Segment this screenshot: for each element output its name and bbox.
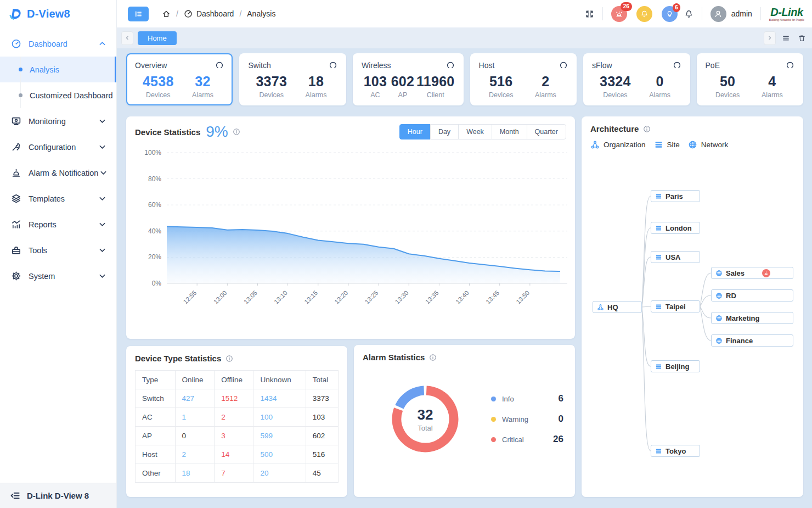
cell-host-online[interactable]: 2	[175, 445, 215, 464]
network-icon	[715, 292, 723, 299]
stat-card-wireless[interactable]: Wireless103AC602AP11960Client	[353, 53, 464, 105]
tab-list-menu-icon[interactable]	[782, 34, 790, 42]
sidebar-item-configuration[interactable]: Configuration	[0, 134, 116, 160]
network-icon	[688, 140, 697, 149]
stat-card-host[interactable]: Host516Devices2Alarms	[470, 53, 577, 105]
stat-card-sflow[interactable]: sFlow3324Devices0Alarms	[583, 53, 690, 105]
collapse-sidebar-icon	[10, 490, 20, 501]
architecture-legend-network[interactable]: Network	[688, 140, 729, 149]
sidebar-footer[interactable]: D-Link D-View 8	[0, 483, 116, 508]
refresh-icon[interactable]	[329, 61, 337, 70]
architecture-legend-organization[interactable]: Organization	[590, 140, 646, 149]
sidebar-item-dashboard[interactable]: Dashboard	[0, 31, 116, 57]
username[interactable]: admin	[731, 9, 752, 18]
column-header-type: Type	[136, 371, 176, 389]
breadcrumb-dashboard[interactable]: Dashboard	[184, 9, 234, 18]
dview-logo-icon	[8, 7, 22, 21]
refresh-icon[interactable]	[673, 61, 681, 70]
home-icon[interactable]	[162, 9, 171, 18]
critical-alarms-button[interactable]: 26	[611, 6, 627, 22]
topbar: / Dashboard / Analysis 26 6	[117, 0, 812, 27]
column-header-unknown: Unknown	[253, 371, 306, 389]
tree-node-taipei[interactable]: Taipei	[651, 300, 700, 312]
tree-node-finance[interactable]: Finance	[711, 334, 793, 347]
cell-switch-online[interactable]: 427	[175, 389, 215, 408]
cell-other-offline[interactable]: 7	[215, 464, 253, 483]
refresh-icon[interactable]	[215, 61, 224, 70]
tab-month[interactable]: Month	[492, 124, 527, 139]
tree-node-usa[interactable]: USA	[651, 251, 700, 263]
cell-switch-unknown[interactable]: 1434	[253, 389, 306, 408]
column-header-online: Online	[175, 371, 215, 389]
avatar[interactable]	[710, 6, 726, 22]
tips-badge: 6	[673, 3, 681, 12]
tree-node-tokyo[interactable]: Tokyo	[651, 445, 700, 457]
tree-node-hq[interactable]: HQ	[593, 301, 642, 313]
cell-host-unknown[interactable]: 500	[253, 445, 306, 464]
stat-devices: 3324Devices	[600, 74, 631, 99]
tree-node-rd[interactable]: RD	[711, 289, 793, 302]
cell-other-unknown[interactable]: 20	[253, 464, 306, 483]
stat-card-switch[interactable]: Switch3373Devices18Alarms	[239, 53, 346, 105]
cell-ac-offline[interactable]: 2	[215, 408, 253, 427]
sidebar-item-reports[interactable]: Reports	[0, 211, 116, 237]
sidebar-item-analysis[interactable]: Analysis	[0, 57, 116, 82]
app-root: D-View8 DashboardAnalysisCustomized Dash…	[0, 0, 812, 508]
fullscreen-icon[interactable]	[585, 9, 594, 19]
notification-bell-icon[interactable]	[684, 9, 693, 19]
tree-node-marketing[interactable]: Marketing	[711, 312, 793, 324]
tree-node-london[interactable]: London	[651, 222, 700, 234]
tree-node-sales[interactable]: Sales	[711, 267, 793, 279]
tabs-scroll-left-button[interactable]	[121, 31, 133, 45]
cell-ac-total: 103	[306, 408, 338, 427]
chevron-down-icon	[98, 168, 109, 178]
sidebar-toggle-button[interactable]	[128, 7, 149, 21]
cell-host-offline[interactable]: 14	[215, 445, 253, 464]
tab-quarter[interactable]: Quarter	[527, 124, 566, 139]
tree-node-paris[interactable]: Paris	[651, 190, 700, 202]
info-icon	[225, 355, 233, 362]
refresh-icon[interactable]	[559, 61, 568, 70]
info-icon	[429, 354, 437, 361]
svg-text:13:25: 13:25	[364, 289, 380, 305]
chevron-down-icon	[97, 142, 108, 152]
cell-other-online[interactable]: 18	[175, 464, 215, 483]
sidebar-item-templates[interactable]: Templates	[0, 186, 116, 211]
refresh-icon[interactable]	[786, 61, 794, 70]
sidebar-footer-label: D-Link D-View 8	[27, 491, 89, 500]
cell-switch-offline[interactable]: 1512	[215, 389, 253, 408]
tabs-scroll-right-button[interactable]	[764, 31, 776, 45]
svg-text:12:55: 12:55	[182, 289, 198, 305]
cell-ac-online[interactable]: 1	[175, 408, 215, 427]
tree-node-beijing[interactable]: Beijing	[651, 360, 700, 372]
warning-alarms-button[interactable]	[636, 6, 652, 22]
sidebar-item-alarm-notification[interactable]: Alarm & Notification	[0, 160, 116, 186]
tab-home[interactable]: Home	[138, 31, 177, 45]
close-tabs-trash-icon[interactable]	[798, 34, 806, 42]
alarm-legend-info[interactable]: Info6	[491, 393, 563, 404]
tab-day[interactable]: Day	[430, 124, 459, 139]
alarm-legend-warning[interactable]: Warning0	[491, 414, 563, 425]
stat-card-poe[interactable]: PoE50Devices4Alarms	[697, 53, 803, 105]
tips-button[interactable]: 6	[662, 6, 678, 22]
alarm-statistics-title: Alarm Statistics	[363, 353, 425, 362]
tab-hour[interactable]: Hour	[399, 124, 431, 139]
stat-ap: 602AP	[389, 74, 416, 99]
svg-text:13:15: 13:15	[303, 289, 319, 305]
cell-ac-unknown[interactable]: 100	[253, 408, 306, 427]
cell-other-total: 45	[306, 464, 338, 483]
sidebar-item-system[interactable]: System	[0, 263, 116, 289]
stat-card-overview[interactable]: Overview4538Devices32Alarms	[126, 53, 233, 105]
cell-ap-unknown[interactable]: 599	[253, 427, 306, 445]
tab-week[interactable]: Week	[458, 124, 492, 139]
refresh-icon[interactable]	[446, 61, 455, 70]
sidebar-item-tools[interactable]: Tools	[0, 237, 116, 263]
reports-icon	[11, 219, 21, 230]
cell-ap-offline[interactable]: 3	[215, 427, 253, 445]
breadcrumb-analysis[interactable]: Analysis	[247, 9, 275, 18]
architecture-legend-site[interactable]: Site	[654, 140, 680, 149]
alarm-legend-critical[interactable]: Critical26	[491, 434, 563, 445]
sidebar-item-monitoring[interactable]: Monitoring	[0, 108, 116, 134]
app-logo: D-View8	[0, 0, 116, 27]
sidebar-item-customized-dashboard[interactable]: Customized Dashboard	[0, 82, 116, 108]
